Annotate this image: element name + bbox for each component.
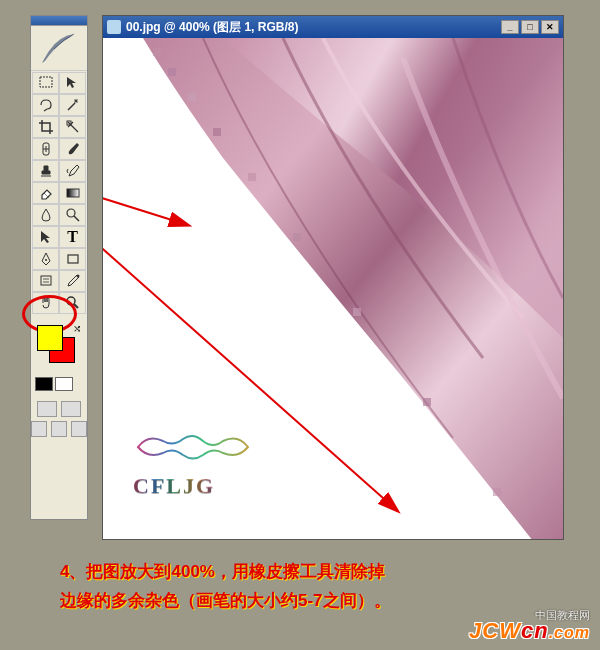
- crop-tool[interactable]: [32, 116, 59, 138]
- canvas-logo-text: CFLJG: [133, 473, 215, 499]
- svg-rect-0: [40, 77, 52, 87]
- svg-rect-19: [493, 488, 501, 496]
- instruction-text: 4、把图放大到400%，用橡皮擦工具清除掉 边缘的多余杂色（画笔的大小约5-7之…: [60, 558, 540, 616]
- watermark-logo: JCWcn.com: [469, 618, 590, 644]
- close-button[interactable]: ✕: [541, 20, 559, 34]
- lasso-tool[interactable]: [32, 94, 59, 116]
- document-icon: [107, 20, 121, 34]
- healing-tool[interactable]: [32, 138, 59, 160]
- slice-tool[interactable]: [59, 116, 86, 138]
- window-title: 00.jpg @ 400% (图层 1, RGB/8): [126, 19, 501, 36]
- toolbox-logo: [31, 26, 87, 71]
- path-select-tool[interactable]: [32, 226, 59, 248]
- notes-tool[interactable]: [32, 270, 59, 292]
- color-swatches: ⤭: [31, 321, 87, 371]
- hand-tool[interactable]: [32, 292, 59, 314]
- marquee-tool[interactable]: [32, 72, 59, 94]
- svg-point-9: [67, 297, 75, 305]
- eraser-tool[interactable]: [32, 182, 59, 204]
- toolbox-grip[interactable]: [31, 16, 87, 26]
- svg-rect-12: [168, 68, 176, 76]
- move-tool[interactable]: [59, 72, 86, 94]
- svg-rect-16: [293, 233, 301, 241]
- pen-tool[interactable]: [32, 248, 59, 270]
- tools-grid: T: [31, 71, 87, 315]
- document-window: 00.jpg @ 400% (图层 1, RGB/8) _ □ ✕: [102, 15, 564, 540]
- svg-rect-7: [41, 276, 51, 285]
- standard-mode[interactable]: [37, 401, 57, 417]
- quickmask-mode[interactable]: [61, 401, 81, 417]
- shape-tool[interactable]: [59, 248, 86, 270]
- screen-mode-3[interactable]: [71, 421, 87, 437]
- maximize-button[interactable]: □: [521, 20, 539, 34]
- svg-point-4: [67, 209, 75, 217]
- svg-rect-17: [353, 308, 361, 316]
- svg-rect-15: [248, 173, 256, 181]
- svg-rect-18: [423, 398, 431, 406]
- svg-point-5: [45, 259, 47, 261]
- foreground-color[interactable]: [37, 325, 63, 351]
- svg-rect-11: [153, 48, 161, 56]
- photoshop-toolbox: T ⤭: [30, 15, 88, 520]
- screen-mode-1[interactable]: [31, 421, 47, 437]
- titlebar[interactable]: 00.jpg @ 400% (图层 1, RGB/8) _ □ ✕: [103, 16, 563, 38]
- svg-rect-3: [67, 189, 79, 197]
- stamp-tool[interactable]: [32, 160, 59, 182]
- dodge-tool[interactable]: [59, 204, 86, 226]
- eyedropper-tool[interactable]: [59, 270, 86, 292]
- svg-rect-6: [68, 255, 78, 263]
- blur-tool[interactable]: [32, 204, 59, 226]
- history-brush-tool[interactable]: [59, 160, 86, 182]
- swap-colors-icon[interactable]: ⤭: [73, 323, 81, 334]
- gradient-tool[interactable]: [59, 182, 86, 204]
- default-colors[interactable]: [31, 373, 87, 395]
- canvas-ornament: [128, 429, 258, 464]
- magic-wand-tool[interactable]: [59, 94, 86, 116]
- type-tool[interactable]: T: [59, 226, 86, 248]
- minimize-button[interactable]: _: [501, 20, 519, 34]
- canvas[interactable]: CFLJG: [103, 38, 563, 539]
- screen-mode-2[interactable]: [51, 421, 67, 437]
- svg-point-8: [76, 275, 79, 278]
- zoom-tool[interactable]: [59, 292, 86, 314]
- brush-tool[interactable]: [59, 138, 86, 160]
- svg-rect-14: [213, 128, 221, 136]
- svg-rect-13: [188, 93, 196, 101]
